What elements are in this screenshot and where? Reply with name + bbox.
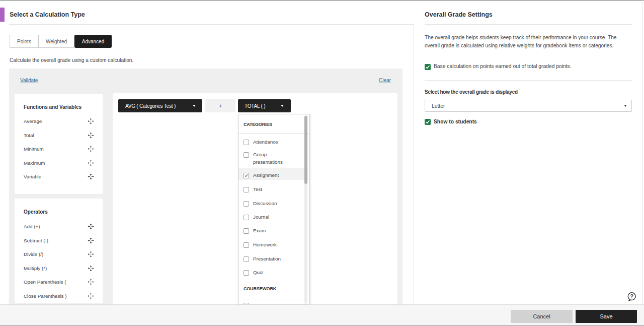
- svg-text:?: ?: [630, 293, 633, 299]
